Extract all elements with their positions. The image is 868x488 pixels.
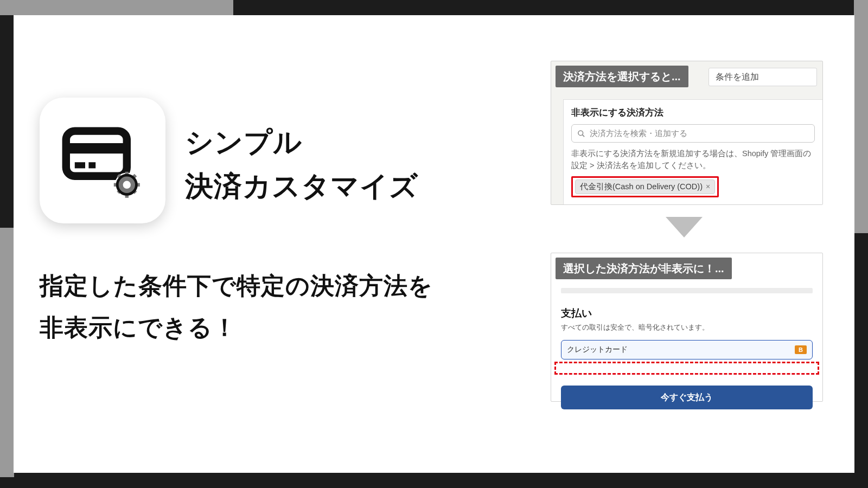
payment-section-title: 支払い	[561, 306, 813, 320]
app-subheadline: 指定した条件下で特定の決済方法を 非表示にできる！	[40, 265, 433, 348]
settings-tab-active-label: 決済方法を選択すると...	[563, 69, 681, 84]
svg-point-14	[123, 181, 131, 189]
payment-option-label: クレジットカード	[567, 345, 628, 355]
card-gear-icon	[59, 117, 146, 204]
add-condition-label: 条件を追加	[716, 72, 759, 83]
svg-line-17	[582, 134, 584, 137]
app-title: シンプル 決済カスタマイズ	[185, 120, 418, 208]
svg-point-16	[578, 130, 583, 135]
settings-tab-active[interactable]: 決済方法を選択すると...	[556, 66, 688, 87]
placeholder-bar	[561, 288, 813, 293]
checkout-tab-label: 選択した決済方法が非表示に！...	[563, 261, 724, 276]
frame-accent-right	[854, 0, 868, 233]
svg-rect-2	[75, 162, 85, 168]
app-title-line2: 決済カスタマイズ	[185, 170, 418, 202]
payment-option-credit-card[interactable]: クレジットカード B	[561, 340, 813, 359]
pay-now-label: 今すぐ支払う	[661, 392, 713, 403]
remove-tag-icon[interactable]: ×	[706, 182, 710, 191]
card-brand-badge: B	[795, 345, 807, 354]
selected-tag-highlight: 代金引換(Cash on Delivery (COD)) ×	[571, 176, 719, 197]
subhead-line2: 非表示にできる！	[40, 314, 237, 341]
svg-rect-0	[66, 131, 127, 176]
frame-accent-top	[0, 0, 233, 15]
payment-section-subtitle: すべての取引は安全で、暗号化されています。	[561, 323, 813, 332]
selected-payment-tag-label: 代金引換(Cash on Delivery (COD))	[580, 182, 703, 192]
slide-canvas: シンプル 決済カスタマイズ 指定した条件下で特定の決済方法を 非表示にできる！ …	[14, 15, 854, 473]
svg-rect-1	[66, 143, 127, 153]
arrow-down-icon	[666, 217, 703, 237]
add-condition-tab[interactable]: 条件を追加	[709, 68, 817, 86]
selected-payment-tag[interactable]: 代金引換(Cash on Delivery (COD)) ×	[575, 179, 715, 194]
settings-card: 非表示にする決済方法 決済方法を検索・追加する 非表示にする決済方法を新規追加す…	[563, 99, 822, 204]
app-title-line1: シンプル	[185, 126, 302, 158]
frame-accent-left	[0, 228, 14, 477]
checkout-body: 支払い すべての取引は安全で、暗号化されています。 クレジットカード B 今すぐ…	[561, 288, 813, 409]
pay-now-button[interactable]: 今すぐ支払う	[561, 386, 813, 409]
settings-hint: 非表示にする決済方法を新規追加する場合は、Shopify 管理画面の設定 > 決…	[571, 148, 815, 172]
search-placeholder: 決済方法を検索・追加する	[590, 129, 687, 139]
svg-rect-3	[88, 162, 95, 168]
settings-section-title: 非表示にする決済方法	[571, 106, 815, 119]
app-icon	[40, 98, 165, 223]
hidden-method-indicator	[554, 362, 819, 375]
settings-panel: 決済方法を選択すると... 条件を追加 非表示にする決済方法 決済方法を検索・追…	[551, 61, 823, 205]
search-icon	[577, 130, 585, 138]
payment-method-search-input[interactable]: 決済方法を検索・追加する	[571, 124, 815, 143]
checkout-panel: 選択した決済方法が非表示に！... 支払い すべての取引は安全で、暗号化されてい…	[551, 253, 823, 402]
subhead-line1: 指定した条件下で特定の決済方法を	[40, 272, 433, 299]
checkout-tab-active: 選択した決済方法が非表示に！...	[556, 258, 732, 279]
